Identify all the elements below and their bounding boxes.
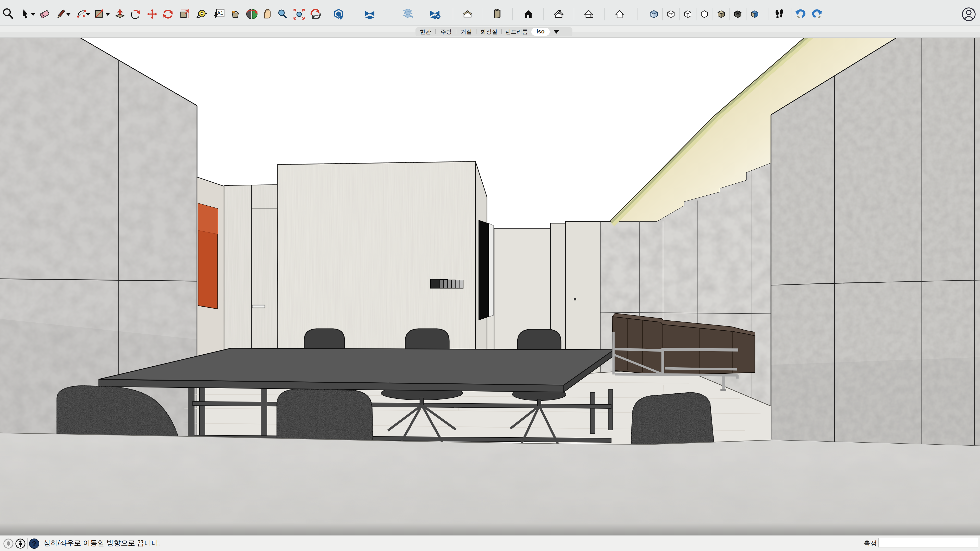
svg-text:?: ?	[32, 540, 36, 548]
svg-text:A1: A1	[217, 10, 223, 16]
